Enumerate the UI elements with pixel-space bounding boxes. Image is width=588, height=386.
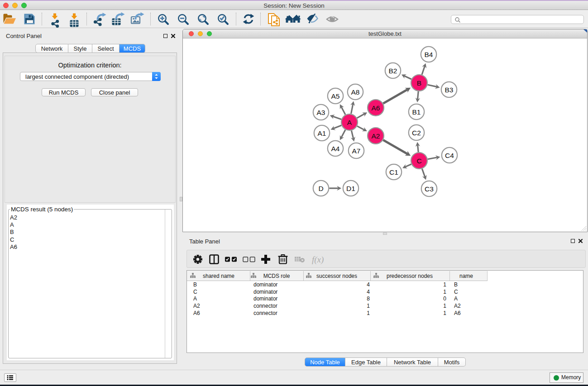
- svg-text:C: C: [193, 289, 197, 295]
- svg-text:A2: A2: [454, 303, 461, 309]
- svg-text:B1: B1: [412, 108, 421, 116]
- svg-text:4: 4: [367, 281, 370, 288]
- svg-text:A: A: [193, 295, 197, 302]
- svg-text:A: A: [347, 119, 352, 126]
- svg-text:C1: C1: [389, 168, 398, 176]
- svg-text:C4: C4: [445, 152, 454, 159]
- svg-text:f(x): f(x): [312, 255, 324, 265]
- svg-text:MCDS role: MCDS role: [263, 273, 290, 279]
- svg-text:1: 1: [443, 303, 446, 309]
- svg-text:B2: B2: [389, 67, 397, 75]
- svg-text:A7: A7: [352, 147, 361, 155]
- svg-text:A2: A2: [193, 303, 200, 309]
- svg-text:A2: A2: [372, 132, 380, 140]
- svg-text:B: B: [193, 281, 197, 288]
- svg-text:C2: C2: [412, 129, 421, 137]
- svg-text:1: 1: [367, 303, 370, 309]
- svg-text:D1: D1: [346, 185, 355, 192]
- svg-text:0: 0: [443, 295, 446, 302]
- svg-text:dominator: dominator: [253, 289, 277, 295]
- svg-text:A: A: [454, 295, 458, 302]
- svg-text:predecessor nodes: predecessor nodes: [387, 273, 433, 279]
- svg-text:connector: connector: [253, 310, 277, 316]
- svg-text:D: D: [318, 185, 323, 192]
- svg-text:B: B: [454, 281, 458, 288]
- svg-text:B4: B4: [425, 51, 433, 58]
- svg-text:1: 1: [443, 289, 446, 295]
- svg-text:shared name: shared name: [203, 273, 234, 279]
- svg-text:A5: A5: [331, 92, 340, 100]
- svg-text:connector: connector: [253, 303, 277, 309]
- svg-text:4: 4: [367, 289, 370, 295]
- svg-text:name: name: [459, 273, 473, 279]
- svg-text:successor nodes: successor nodes: [316, 273, 357, 279]
- svg-text:dominator: dominator: [253, 281, 277, 288]
- svg-text:A6: A6: [454, 310, 461, 316]
- svg-text:A3: A3: [317, 109, 325, 116]
- svg-text:A1: A1: [318, 129, 326, 137]
- svg-text:C: C: [416, 157, 421, 165]
- svg-text:8: 8: [367, 295, 370, 302]
- svg-text:1: 1: [443, 281, 446, 288]
- svg-text:A6: A6: [372, 104, 380, 112]
- svg-text:B: B: [417, 79, 421, 87]
- svg-text:dominator: dominator: [253, 295, 277, 302]
- svg-text:A6: A6: [193, 310, 200, 316]
- svg-text:B3: B3: [445, 86, 454, 94]
- svg-text:C: C: [454, 289, 458, 295]
- svg-text:1: 1: [367, 310, 370, 316]
- svg-text:A8: A8: [351, 88, 360, 96]
- svg-text:1: 1: [443, 310, 446, 316]
- svg-text:A4: A4: [331, 145, 340, 152]
- svg-text:C3: C3: [425, 185, 434, 193]
